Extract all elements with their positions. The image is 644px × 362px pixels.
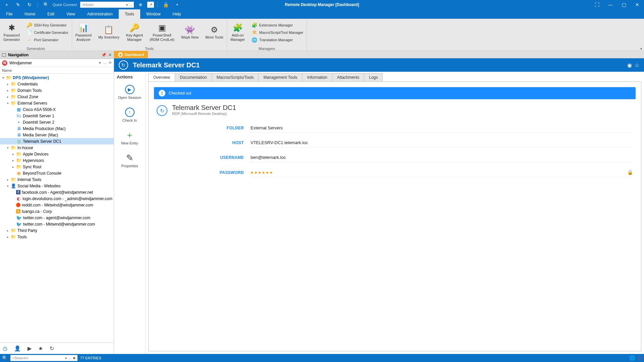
tree-item[interactable]: 🖥Media Server (Mac) xyxy=(0,132,114,138)
tree-item[interactable]: V₂Downhill Server 1 xyxy=(0,113,114,119)
subtab-documentation[interactable]: Documentation xyxy=(175,73,212,81)
tree-item[interactable]: 🐦twitter.com - Mktwind@windjammer.com xyxy=(0,221,114,227)
expand-icon[interactable]: ▸ xyxy=(6,82,9,86)
recent-tab-icon[interactable]: ↻ xyxy=(50,345,54,352)
expand-icon[interactable]: ▸ xyxy=(6,229,9,232)
ribbon-btn-macro/script/tool-manager[interactable]: 🛠Macro/Script/Tool Manager xyxy=(250,29,305,36)
entry-favorite-icon[interactable]: ☆ xyxy=(635,62,639,68)
status-search-input[interactable]: <Search> ▾…✖ xyxy=(10,355,77,361)
ribbon-collapse-icon[interactable]: ▴ xyxy=(640,46,642,50)
subtab-logs[interactable]: Logs xyxy=(364,73,383,81)
minimize-icon[interactable]: — xyxy=(604,0,617,9)
ribbon-btn-password-generator[interactable]: ✱PasswordGenerator xyxy=(0,19,23,46)
ribbon-btn-my-inventory[interactable]: 📋My Inventory xyxy=(95,19,123,46)
new-icon[interactable]: + xyxy=(2,0,11,9)
edit-icon[interactable]: ✎ xyxy=(13,0,23,9)
menu-administration[interactable]: Administration xyxy=(81,9,119,19)
tree-item[interactable]: ffacebook.com - Agent@windjammer.net xyxy=(0,189,114,195)
refresh-icon[interactable]: ↻ xyxy=(25,0,34,9)
quick-connect-host-input[interactable]: <Host> ▾… xyxy=(80,2,134,8)
ribbon-btn-port-generator[interactable]: ↔Port Generator xyxy=(25,36,70,44)
ribbon-btn-more-tools[interactable]: ⚙More Tools xyxy=(202,19,227,46)
tree-item[interactable]: ▸📁Internal Tools xyxy=(0,176,114,183)
tree-item[interactable]: ▸📁Third Party xyxy=(0,227,114,234)
subtab-management-tools[interactable]: Management Tools xyxy=(258,73,302,81)
pin-icon[interactable]: 📌 xyxy=(101,53,106,57)
tree-item[interactable]: ttuango.ca - Corp xyxy=(0,208,114,215)
subtab-overview[interactable]: Overview xyxy=(148,73,175,81)
expand-icon[interactable]: ▸ xyxy=(6,95,9,99)
tree-item[interactable]: ▾📁External Servers xyxy=(0,100,114,106)
expand-icon[interactable]: ▸ xyxy=(11,159,15,162)
datasource-more-icon[interactable]: … xyxy=(103,61,107,65)
maximize-icon[interactable]: ▢ xyxy=(617,0,631,9)
expand-icon[interactable]: ▸ xyxy=(6,235,9,239)
ribbon-btn-certificate-generator[interactable]: 📄Certificate Generator xyxy=(25,29,70,36)
tree-item[interactable]: ▪Downhill Server 2 xyxy=(0,119,114,125)
menu-window[interactable]: Window xyxy=(140,9,167,19)
tree-item[interactable]: ▸📁Cloud Zone xyxy=(0,94,114,100)
fullscreen-icon[interactable]: ⛶ xyxy=(590,0,604,9)
expand-icon[interactable]: ▾ xyxy=(6,102,9,105)
menu-help[interactable]: Help xyxy=(167,9,187,19)
lock-menu-icon[interactable]: ▾ xyxy=(172,0,182,9)
expand-icon[interactable]: ▾ xyxy=(1,76,5,79)
status-connection-icon[interactable]: ⋂ xyxy=(638,355,642,361)
action-properties[interactable]: ✎Properties xyxy=(115,150,144,173)
subtab-information[interactable]: Information xyxy=(302,73,332,81)
datasource-selector[interactable]: W Windjammer ▾ … ⟳ xyxy=(0,59,114,67)
quick-connect-type-icon[interactable]: ⊕ xyxy=(136,0,145,9)
ribbon-btn-extensions-manager[interactable]: 🧩Extensions Manager xyxy=(250,21,305,29)
subtab-attachments[interactable]: Attachments xyxy=(332,73,365,81)
datasource-dropdown-icon[interactable]: ▾ xyxy=(99,61,101,65)
ribbon-btn-wayk-now[interactable]: 👾Wayk Now xyxy=(178,19,202,46)
quick-connect-go-icon[interactable]: ↗ xyxy=(147,2,154,8)
menu-view[interactable]: View xyxy=(60,9,81,19)
tree-item[interactable]: 🐦twitter.com - agent@windjammer.com xyxy=(0,215,114,221)
tree-item[interactable]: 🖥Media Production (Mac) xyxy=(0,125,114,132)
entry-sync-icon[interactable]: ◉ xyxy=(627,62,632,68)
dashboard-tab[interactable]: ◉ Dashboard xyxy=(114,51,148,58)
action-check-in[interactable]: ↑Check In xyxy=(115,104,144,127)
status-search-icon[interactable]: 🔍 xyxy=(2,355,8,361)
expand-icon[interactable]: ▸ xyxy=(11,165,15,169)
close-icon[interactable]: ✕ xyxy=(631,0,644,9)
tree-item[interactable]: ▸📁Credentials xyxy=(0,81,114,87)
tree-item[interactable]: ▾📁In-house xyxy=(0,144,114,151)
action-open-session[interactable]: ▶Open Session xyxy=(115,81,144,104)
menu-edit[interactable]: Edit xyxy=(41,9,60,19)
tree-item[interactable]: ◎Telemark Server DC1 xyxy=(0,138,114,144)
expand-icon[interactable]: ▾ xyxy=(6,184,9,188)
tree-item[interactable]: ▾👤Social Media - Websites xyxy=(0,183,114,189)
ribbon-btn-add-on-manager[interactable]: 🧩Add-onManager xyxy=(227,19,249,46)
lock-icon[interactable]: 🔒 xyxy=(627,170,633,175)
expand-icon[interactable]: ▸ xyxy=(11,153,15,156)
tree-item[interactable]: ▦Cisco ASA 5506-X xyxy=(0,106,114,113)
menu-home[interactable]: Home xyxy=(18,9,41,19)
vault-tab-icon[interactable]: ◷ xyxy=(3,345,7,352)
search-icon[interactable]: 🔍 xyxy=(41,0,51,9)
tree-item[interactable]: ▾📁DPS (Windjammer) xyxy=(0,74,114,81)
menu-tools[interactable]: Tools xyxy=(119,9,140,19)
expand-icon[interactable]: ▸ xyxy=(6,178,9,181)
tree-item[interactable]: ▣BeyondTrust Console xyxy=(0,170,114,176)
ribbon-btn-password-analyzer[interactable]: 📊PasswordAnalyzer xyxy=(72,19,95,46)
datasource-refresh-icon[interactable]: ⟳ xyxy=(109,61,112,65)
close-panel-icon[interactable]: ✕ xyxy=(108,53,112,57)
tree-item[interactable]: ▸📁Sync Root xyxy=(0,164,114,170)
sessions-tab-icon[interactable]: ▶ xyxy=(28,345,32,352)
tree-item[interactable]: ▸📁Apple Devices xyxy=(0,151,114,157)
tree-item[interactable]: reddit.com - Mktwind@windjammer.com xyxy=(0,202,114,208)
menu-file[interactable]: File xyxy=(0,9,18,19)
subtab-macros-scripts-tools[interactable]: Macros/Scripts/Tools xyxy=(212,73,259,81)
expand-icon[interactable]: ▾ xyxy=(6,146,9,149)
lock-icon[interactable]: 🔒 xyxy=(161,0,170,9)
expand-icon[interactable]: ▸ xyxy=(6,89,9,92)
ribbon-btn-ssh-key-generator[interactable]: 🔑SSH Key Generator xyxy=(25,21,70,29)
favorites-tab-icon[interactable]: ★ xyxy=(38,345,43,352)
user-vault-tab-icon[interactable]: 👤 xyxy=(14,345,21,352)
tree-item[interactable]: ▸📁Domain Tools xyxy=(0,87,114,94)
ribbon-btn-translation-manager[interactable]: 🌐Translation Manager xyxy=(250,36,305,44)
tree-item[interactable]: ▸📁Tools xyxy=(0,234,114,240)
ribbon-btn-powershell-(rdm-cmdlet)[interactable]: ▣PowerShell(RDM CmdLet) xyxy=(146,19,178,46)
